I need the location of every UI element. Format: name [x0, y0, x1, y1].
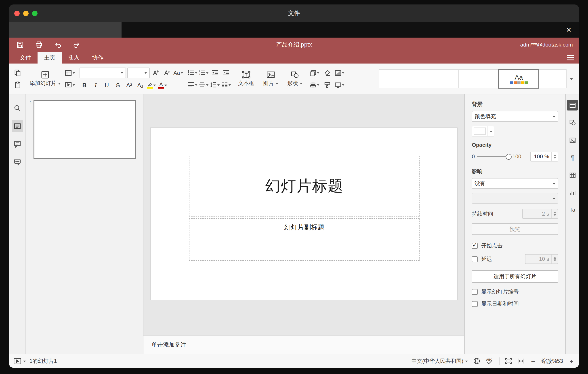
delay-spinner[interactable]: 10 s	[525, 254, 558, 264]
theme-option-2[interactable]	[419, 69, 459, 88]
duration-spinner[interactable]: 2 s	[522, 209, 558, 219]
comments-button[interactable]	[11, 138, 23, 150]
background-fill-select[interactable]: 颜色填充	[472, 111, 558, 122]
theme-option-3[interactable]	[458, 69, 499, 88]
vertical-align-button[interactable]	[199, 80, 209, 90]
slides-panel-button[interactable]	[11, 120, 23, 132]
fit-slide-button[interactable]	[505, 358, 512, 364]
insert-textbox-button[interactable]: 文本框	[235, 70, 257, 87]
line-spacing-button[interactable]	[210, 80, 220, 90]
chart-settings-button[interactable]	[567, 187, 578, 198]
copy-style-button[interactable]	[322, 80, 332, 90]
notes-area[interactable]: 单击添加备注	[143, 336, 464, 354]
underline-button[interactable]: U	[102, 80, 112, 90]
theme-option-selected[interactable]: Aa	[498, 69, 539, 88]
insert-shape-button[interactable]: 形状	[285, 70, 305, 87]
font-color-button[interactable]: A	[158, 80, 168, 90]
subscript-button[interactable]: A₂	[135, 80, 145, 90]
traffic-lights[interactable]	[14, 4, 38, 22]
preview-button[interactable]: 预览	[472, 223, 558, 235]
paragraph-settings-button[interactable]: ¶	[567, 152, 578, 163]
spin-up-icon[interactable]	[553, 153, 556, 156]
spin-down-icon[interactable]	[553, 259, 556, 263]
insert-image-button[interactable]: 图片	[261, 70, 281, 87]
tab-insert[interactable]: 插入	[62, 52, 86, 64]
delay-checkbox[interactable]	[472, 256, 478, 262]
search-button[interactable]	[11, 102, 23, 114]
tab-collaboration[interactable]: 协作	[86, 52, 110, 64]
clear-style-button[interactable]	[322, 68, 332, 78]
apply-to-all-button[interactable]: 适用于所有幻灯片	[472, 270, 558, 283]
slide[interactable]: 幻灯片标题 幻灯片副标题	[150, 128, 458, 300]
decrease-font-button[interactable]	[162, 68, 172, 78]
slide-layout-button[interactable]	[65, 68, 75, 78]
document-language-button[interactable]	[473, 357, 480, 365]
increase-font-button[interactable]	[151, 68, 161, 78]
opacity-spinner[interactable]: 100 %	[530, 152, 558, 162]
slide-settings-button[interactable]	[567, 100, 578, 110]
superscript-button[interactable]: A²	[124, 80, 134, 90]
undo-button[interactable]	[53, 40, 63, 50]
theme-gallery-expand-button[interactable]	[567, 70, 576, 88]
columns-icon	[221, 82, 228, 88]
print-button[interactable]	[34, 40, 44, 50]
spin-down-icon[interactable]	[553, 157, 556, 160]
start-preview-button[interactable]	[13, 358, 26, 364]
zoom-out-button[interactable]: −	[530, 357, 536, 365]
theme-option-5[interactable]	[539, 69, 567, 88]
font-name-select[interactable]	[80, 67, 126, 78]
bold-button[interactable]: B	[80, 80, 89, 90]
strikeout-button[interactable]: S	[113, 80, 123, 90]
slide-canvas[interactable]: 幻灯片标题 幻灯片副标题	[143, 94, 464, 336]
change-case-button[interactable]: Aa	[173, 68, 183, 78]
horizontal-align-button[interactable]	[188, 80, 198, 90]
spin-up-icon[interactable]	[553, 255, 556, 259]
effect-select[interactable]: 没有	[472, 178, 558, 189]
copy-button[interactable]	[12, 68, 22, 78]
table-settings-button[interactable]	[567, 170, 578, 180]
chat-button[interactable]	[11, 156, 23, 168]
redo-button[interactable]	[72, 40, 81, 50]
save-button[interactable]	[15, 40, 25, 50]
tab-file[interactable]: 文件	[13, 52, 38, 64]
close-icon[interactable]: ✕	[564, 25, 574, 35]
decrease-indent-button[interactable]	[210, 68, 220, 78]
menu-icon[interactable]	[567, 52, 574, 64]
language-select[interactable]: 中文(中华人民共和国)	[411, 357, 468, 365]
italic-button[interactable]: I	[91, 80, 101, 90]
zoom-in-button[interactable]: +	[568, 357, 575, 365]
subtitle-placeholder[interactable]: 幻灯片副标题	[189, 218, 420, 261]
increase-indent-button[interactable]	[221, 68, 231, 78]
color-scheme-button[interactable]	[335, 68, 345, 78]
title-placeholder[interactable]: 幻灯片标题	[189, 156, 420, 217]
tab-home[interactable]: 主页	[38, 52, 62, 64]
align-shape-button[interactable]	[310, 80, 319, 90]
start-slideshow-button[interactable]	[65, 80, 75, 90]
fit-width-button[interactable]	[517, 358, 525, 364]
bullets-button[interactable]	[188, 68, 198, 78]
columns-button[interactable]	[221, 80, 231, 90]
add-slide-button[interactable]: 添加幻灯片	[27, 70, 63, 87]
image-settings-button[interactable]	[567, 135, 578, 145]
arrange-shape-button[interactable]	[310, 68, 319, 78]
spin-up-icon[interactable]	[553, 210, 556, 213]
shape-settings-button[interactable]	[567, 117, 578, 128]
slide-thumbnail[interactable]	[33, 100, 136, 159]
numbering-button[interactable]: 1 2	[199, 68, 209, 78]
show-slide-number-checkbox[interactable]	[472, 289, 478, 295]
background-color-select[interactable]	[472, 126, 494, 136]
effect-type-select[interactable]	[472, 193, 558, 204]
highlight-color-button[interactable]	[147, 80, 156, 90]
textart-settings-button[interactable]: Ta	[567, 204, 578, 215]
spellcheck-button[interactable]: ABC	[486, 357, 494, 365]
spin-down-icon[interactable]	[553, 214, 556, 217]
slider-knob[interactable]	[505, 154, 511, 160]
slide-size-button[interactable]	[335, 80, 345, 90]
start-on-click-checkbox[interactable]	[472, 243, 478, 249]
paste-button[interactable]	[12, 80, 22, 90]
font-size-select[interactable]	[127, 67, 150, 78]
show-date-time-checkbox[interactable]	[472, 301, 478, 307]
theme-option-1[interactable]	[379, 69, 419, 88]
subtitle-text: 幻灯片副标题	[284, 223, 324, 260]
opacity-slider[interactable]	[476, 154, 511, 160]
